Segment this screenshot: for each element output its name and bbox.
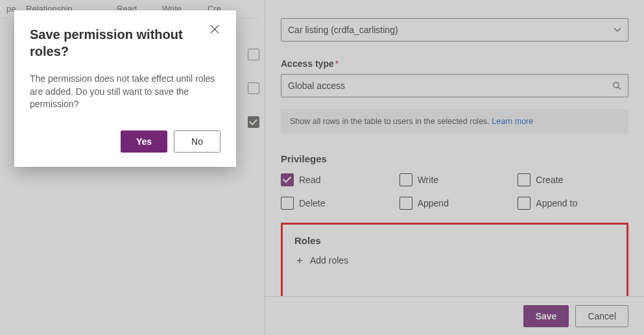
- dialog-yes-button[interactable]: Yes: [121, 130, 167, 153]
- dialog-message: The permission does not take effect unti…: [30, 73, 221, 111]
- dialog-title: Save permission without roles?: [30, 26, 221, 60]
- save-without-roles-dialog: Save permission without roles? The permi…: [14, 10, 236, 167]
- close-icon[interactable]: [210, 25, 223, 38]
- dialog-no-button[interactable]: No: [174, 130, 221, 153]
